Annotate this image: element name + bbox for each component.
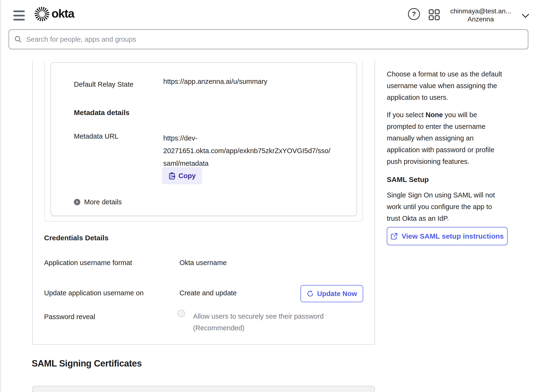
chevron-right-circle-icon xyxy=(74,199,80,205)
refresh-icon xyxy=(307,290,314,297)
checkbox-label-line: (Recommended) xyxy=(193,322,324,334)
metadata-url-value: https://dev- 20271651.okta.com/app/exknb… xyxy=(163,132,330,170)
help-button[interactable]: ? xyxy=(408,8,420,20)
search-icon xyxy=(14,35,22,43)
none-keyword: None xyxy=(426,111,443,119)
help-text-line: application with password or profile xyxy=(387,144,494,156)
okta-wordmark[interactable]: okta xyxy=(51,6,74,21)
help-text-line: Choose a format to use as the default xyxy=(387,68,502,80)
more-details-toggle[interactable]: More details xyxy=(74,198,122,206)
saml-setup-help: Single Sign On using SAML will not work … xyxy=(387,189,495,224)
copy-metadata-url-button[interactable]: Copy xyxy=(162,167,202,184)
search-input[interactable] xyxy=(26,35,523,44)
okta-admin-page: okta ? chinmaya@test.an... Anzenna De xyxy=(0,0,540,392)
okta-logo-icon[interactable] xyxy=(34,6,50,22)
view-saml-setup-label: View SAML setup instructions xyxy=(402,232,504,240)
help-text-line: If you select None you will be xyxy=(387,109,494,121)
help-text-line: manually when assigning an xyxy=(387,132,494,144)
application-username-format-value: Okta username xyxy=(179,258,227,267)
help-text-line: Single Sign On using SAML will not xyxy=(387,189,495,201)
sidebar-none-option-help: If you select None you will be prompted … xyxy=(387,109,494,167)
password-reveal-checkbox[interactable] xyxy=(178,310,185,317)
saml-setup-heading: SAML Setup xyxy=(387,176,429,184)
checkbox-label-line: Allow users to securely see their passwo… xyxy=(193,311,324,322)
metadata-url-line: https://dev- xyxy=(163,132,330,145)
update-now-label: Update Now xyxy=(317,290,357,298)
default-relay-state-value: https://app.anzenna.ai/u/summary xyxy=(163,77,267,86)
hamburger-bar xyxy=(13,15,25,16)
password-reveal-label: Password reveal xyxy=(44,312,95,321)
account-email: chinmaya@test.an... xyxy=(446,7,515,15)
metadata-details-heading: Metadata details xyxy=(74,109,129,117)
credentials-details-heading: Credentials Details xyxy=(44,234,108,242)
account-org: Anzenna xyxy=(446,15,515,23)
metadata-url-label: Metadata URL xyxy=(74,132,118,141)
help-icon: ? xyxy=(408,8,420,20)
window-edge-divider xyxy=(0,0,1,392)
external-link-icon xyxy=(391,233,398,240)
help-text-line: application to users. xyxy=(387,92,502,103)
hamburger-bar xyxy=(13,19,25,20)
update-application-username-label: Update application username on xyxy=(44,289,144,297)
menu-hamburger-button[interactable] xyxy=(13,10,25,20)
help-text-line: prompted to enter the username xyxy=(387,121,494,132)
app-switcher-button[interactable] xyxy=(428,9,440,20)
metadata-url-line: 20271651.okta.com/app/exknb75zkrZxYOVGI5… xyxy=(163,145,330,157)
update-application-username-value: Create and update xyxy=(179,289,237,297)
default-relay-state-label: Default Relay State xyxy=(74,80,133,89)
more-details-label: More details xyxy=(84,198,122,206)
help-text-line: trust Okta as an IdP. xyxy=(387,213,495,224)
global-search[interactable] xyxy=(9,29,528,49)
application-username-format-label: Application username format xyxy=(44,258,132,267)
help-text-line: push provisioning features. xyxy=(387,156,494,167)
clipboard-copy-icon xyxy=(168,172,176,180)
sidebar-username-format-help: Choose a format to use as the default us… xyxy=(387,68,502,103)
help-text-line: username value when assigning the xyxy=(387,80,502,92)
view-saml-setup-instructions-button[interactable]: View SAML setup instructions xyxy=(387,227,508,245)
account-menu[interactable]: chinmaya@test.an... Anzenna xyxy=(446,7,515,23)
password-reveal-checkbox-label: Allow users to securely see their passwo… xyxy=(193,311,324,334)
account-chevron-down-icon[interactable] xyxy=(521,13,530,19)
saml-signing-certificates-heading: SAML Signing Certificates xyxy=(32,358,142,369)
hamburger-bar xyxy=(13,10,25,12)
update-now-button[interactable]: Update Now xyxy=(301,285,363,302)
help-text-line: work until you configure the app to xyxy=(387,201,495,213)
certificates-card-header xyxy=(32,386,375,392)
grid-icon xyxy=(428,9,440,20)
saml-metadata-card: Default Relay State https://app.anzenna.… xyxy=(51,62,357,216)
copy-button-label: Copy xyxy=(178,172,196,180)
